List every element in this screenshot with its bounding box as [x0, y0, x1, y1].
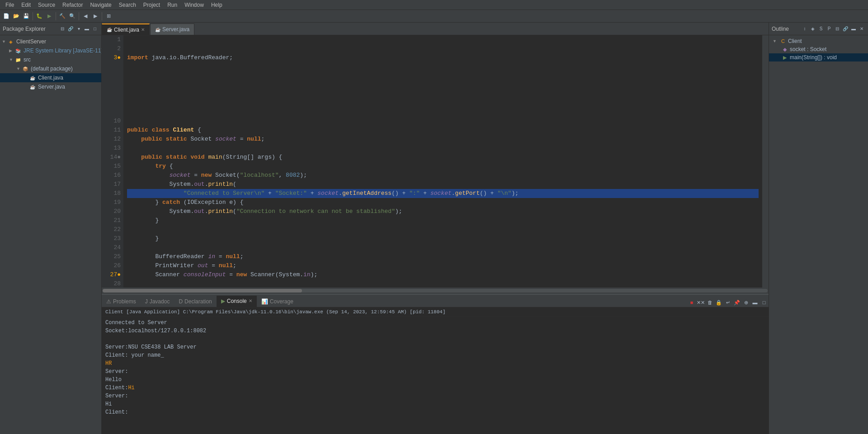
- toolbar-sep-3: [79, 12, 79, 20]
- outline-item-main[interactable]: ▶ main(String[]) : void: [769, 53, 868, 61]
- tab-javadoc[interactable]: J Javadoc: [141, 296, 175, 307]
- new-file-btn[interactable]: 📄: [2, 12, 11, 21]
- hide-static-btn[interactable]: S: [817, 25, 825, 33]
- close-outline-btn[interactable]: ✕: [858, 25, 865, 33]
- remove-all-btn[interactable]: ✕✕: [696, 298, 705, 307]
- problems-label: Problems: [113, 298, 136, 305]
- toolbar-sep-4: [102, 12, 102, 20]
- search-btn[interactable]: 🔍: [68, 12, 77, 21]
- menu-window[interactable]: Window: [181, 1, 208, 9]
- menu-navigate[interactable]: Navigate: [86, 1, 115, 9]
- class-icon: C: [780, 38, 786, 44]
- declaration-label: Declaration: [184, 298, 212, 305]
- console-content: Connected to Server Socket:localhost/127…: [102, 317, 769, 434]
- link-editor-btn[interactable]: 🔗: [67, 25, 74, 33]
- menu-help[interactable]: Help: [208, 1, 226, 9]
- h-scrollbar[interactable]: [102, 288, 769, 294]
- outline-header: Outline ↕ ◈ S P ⊟ 🔗 ▬ ✕: [769, 23, 868, 35]
- menu-refactor[interactable]: Refactor: [59, 1, 86, 9]
- tree-item-defaultpkg[interactable]: ▼ 📦 (default package): [0, 64, 101, 73]
- console-line-9: Client:Hi: [105, 384, 765, 392]
- open-console-btn[interactable]: ⊕: [741, 298, 750, 307]
- collapse-all-btn[interactable]: ⊟: [59, 25, 66, 33]
- tree-item-jre[interactable]: ▶ 📚 JRE System Library [JavaSE-11]: [0, 46, 101, 55]
- editor-container: 1 2 3● 10 11 12 13 14● 15 16: [102, 35, 769, 294]
- word-wrap-btn[interactable]: ↵: [723, 298, 732, 307]
- code-line-19: } catch (IOException e) {: [127, 198, 759, 207]
- pin-console-btn[interactable]: 📌: [732, 298, 741, 307]
- problems-icon: ⚠: [106, 298, 111, 305]
- maximize-panel-btn[interactable]: □: [91, 25, 99, 33]
- code-line-blank6: [127, 108, 759, 117]
- next-edit-btn[interactable]: ▶: [91, 12, 100, 21]
- tree-item-src[interactable]: ▼ 📁 src: [0, 55, 101, 64]
- outline-title: Outline: [772, 26, 789, 32]
- ln-18: 18: [104, 189, 121, 198]
- bottom-tabs: ⚠ Problems J Javadoc D Declaration ▶ Con…: [102, 295, 769, 307]
- menu-run[interactable]: Run: [164, 1, 181, 9]
- code-line-23: }: [127, 234, 759, 243]
- outline-item-client[interactable]: ▼ C Client: [769, 37, 868, 45]
- hide-non-public-btn[interactable]: P: [826, 25, 833, 33]
- ln-21: 21: [104, 216, 121, 225]
- terminate-btn[interactable]: ■: [687, 298, 696, 307]
- console-tab-close[interactable]: ✕: [249, 298, 252, 303]
- sort-btn[interactable]: ↕: [801, 25, 808, 33]
- scroll-lock-btn[interactable]: 🔒: [714, 298, 723, 307]
- tab-serverjava[interactable]: ☕ Server.java: [150, 24, 194, 35]
- debug-btn[interactable]: 🐛: [35, 12, 44, 21]
- clientserver-label: ClientServer: [16, 38, 46, 45]
- serverjava-tab-label: Server.java: [162, 26, 189, 33]
- code-line-18: "Connected to Server\n" + "Socket:" + so…: [127, 189, 759, 198]
- cj-arrow: ▶: [24, 75, 29, 80]
- open-btn[interactable]: 📂: [12, 12, 21, 21]
- code-line-13: [127, 144, 759, 153]
- java-file2-icon: ☕: [29, 83, 36, 90]
- menu-edit[interactable]: Edit: [18, 1, 34, 9]
- link-outline-btn[interactable]: 🔗: [842, 25, 849, 33]
- menu-search[interactable]: Search: [115, 1, 140, 9]
- code-line-1: [127, 35, 759, 44]
- ln-13: 13: [104, 144, 121, 153]
- collapse-outline-btn[interactable]: ⊟: [834, 25, 841, 33]
- tab-declaration[interactable]: D Declaration: [174, 296, 216, 307]
- outline-item-socket[interactable]: ◆ socket : Socket: [769, 45, 868, 53]
- tab-problems[interactable]: ⚠ Problems: [102, 296, 141, 307]
- tab-console[interactable]: ▶ Console ✕: [217, 296, 257, 307]
- minimize-bottom-btn[interactable]: ▬: [750, 298, 760, 307]
- ln-16: 16: [104, 171, 121, 180]
- tab-clientjava[interactable]: ☕ Client.java ✕: [102, 24, 150, 35]
- console-line-4: Server:NSU CSE438 LAB Server: [105, 343, 765, 351]
- perspective-btn[interactable]: ⊞: [104, 12, 113, 21]
- save-btn[interactable]: 💾: [22, 12, 31, 21]
- code-line-blank1: [127, 62, 759, 71]
- minimize-outline-btn[interactable]: ▬: [850, 25, 857, 33]
- sj-arrow: ▶: [24, 85, 29, 89]
- view-menu-btn[interactable]: ▾: [75, 25, 82, 33]
- tree-item-serverjava[interactable]: ▶ ☕ Server.java: [0, 82, 101, 91]
- menu-project[interactable]: Project: [140, 1, 164, 9]
- menu-source[interactable]: Source: [34, 1, 59, 9]
- hide-fields-btn[interactable]: ◈: [809, 25, 816, 33]
- tab-coverage[interactable]: 📊 Coverage: [257, 296, 298, 307]
- maximize-bottom-btn[interactable]: □: [760, 298, 769, 307]
- method-icon: ▶: [782, 55, 788, 61]
- clear-console-btn[interactable]: 🗑: [705, 298, 714, 307]
- menu-file[interactable]: File: [2, 1, 18, 9]
- code-line-26: PrintWriter out = null;: [127, 261, 759, 270]
- minimize-panel-btn[interactable]: ▬: [83, 25, 90, 33]
- clientjava-tab-close[interactable]: ✕: [141, 27, 145, 32]
- code-line-12: public static Socket socket = null;: [127, 135, 759, 144]
- package-explorer-panel: Package Explorer ⊟ 🔗 ▾ ▬ □ ▼ ◈ ClientSer…: [0, 23, 102, 434]
- tree-item-clientjava[interactable]: ▶ ☕ Client.java: [0, 73, 101, 82]
- src-label: src: [24, 57, 31, 63]
- code-content[interactable]: import java.io.BufferedReader; public cl…: [123, 35, 762, 288]
- tree-item-clientserver[interactable]: ▼ ◈ ClientServer: [0, 37, 101, 46]
- code-line-24: [127, 243, 759, 252]
- prev-edit-btn[interactable]: ◀: [81, 12, 90, 21]
- console-icon: ▶: [221, 298, 225, 304]
- editor-scrollbar[interactable]: [762, 35, 769, 288]
- build-btn[interactable]: 🔨: [58, 12, 67, 21]
- run-btn[interactable]: ▶: [45, 12, 54, 21]
- toolbar-sep-2: [56, 12, 56, 20]
